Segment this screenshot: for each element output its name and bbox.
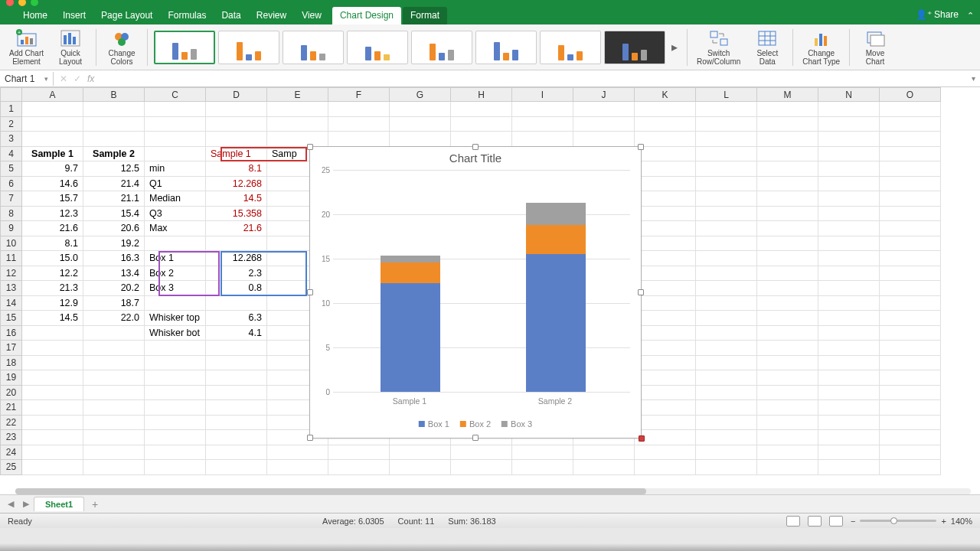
cell-M23[interactable] [757,430,818,445]
cell-O22[interactable] [880,415,941,430]
cell-C11[interactable]: Box 1 [145,251,206,266]
cell-K22[interactable] [635,415,696,430]
cell-B10[interactable]: 19.2 [83,236,145,251]
row-header-11[interactable]: 11 [1,251,22,266]
cell-O3[interactable] [880,132,941,147]
cell-N15[interactable] [818,311,880,326]
cell-B3[interactable] [83,132,145,147]
col-header-I[interactable]: I [512,88,573,102]
cell-C7[interactable]: Median [145,191,206,207]
tab-insert[interactable]: Insert [55,7,93,24]
cell-C13[interactable]: Box 3 [145,281,206,296]
cell-B22[interactable] [83,415,145,430]
sheet-tab-sheet1[interactable]: Sheet1 [34,497,84,511]
cell-B15[interactable]: 22.0 [83,311,145,326]
row-header-15[interactable]: 15 [1,311,22,326]
cell-D4[interactable]: Sample 1 [206,146,267,161]
cell-D24[interactable] [206,445,267,460]
zoom-slider[interactable] [860,520,936,522]
cell-L12[interactable] [696,266,757,281]
cell-A21[interactable] [22,400,83,416]
cell-N1[interactable] [818,102,880,117]
cell-C4[interactable] [145,146,206,161]
switch-row-column-button[interactable]: SwitchRow/Column [694,28,743,67]
cell-F1[interactable] [328,102,390,117]
cell-L25[interactable] [696,460,757,475]
cell-H2[interactable] [451,116,512,132]
cell-B24[interactable] [83,445,145,460]
tab-review[interactable]: Review [249,7,294,24]
cell-K11[interactable] [635,251,696,266]
cell-B25[interactable] [83,460,145,475]
cell-G24[interactable] [390,445,451,460]
cell-A22[interactable] [22,415,83,430]
cell-O7[interactable] [880,191,941,207]
cell-N6[interactable] [818,176,880,191]
row-header-21[interactable]: 21 [1,400,22,416]
cell-B6[interactable]: 21.4 [83,176,145,191]
cell-M1[interactable] [757,102,818,117]
col-header-K[interactable]: K [635,88,696,102]
cell-K2[interactable] [635,116,696,132]
cell-L8[interactable] [696,206,757,221]
row-header-19[interactable]: 19 [1,370,22,386]
cell-M4[interactable] [757,146,818,161]
cell-L4[interactable] [696,146,757,161]
col-header-J[interactable]: J [573,88,635,102]
cell-G2[interactable] [390,116,451,132]
cell-M25[interactable] [757,460,818,475]
row-header-10[interactable]: 10 [1,236,22,251]
row-header-16[interactable]: 16 [1,325,22,341]
cell-D17[interactable] [206,341,267,356]
chart-style-3[interactable] [283,31,344,64]
tab-data[interactable]: Data [214,7,248,24]
cell-O18[interactable] [880,355,941,370]
cell-E24[interactable] [267,445,328,460]
cell-B20[interactable] [83,385,145,400]
chart-legend[interactable]: Box 1 Box 2 Box 3 [419,419,532,429]
cell-N14[interactable] [818,295,880,311]
cell-M19[interactable] [757,370,818,386]
col-header-C[interactable]: C [145,88,206,102]
cell-L1[interactable] [696,102,757,117]
chart-style-5[interactable] [411,31,472,64]
cell-D8[interactable]: 15.358 [206,206,267,221]
cell-N20[interactable] [818,385,880,400]
cell-B13[interactable]: 20.2 [83,281,145,296]
cell-L23[interactable] [696,430,757,445]
chart-style-2[interactable] [218,31,279,64]
cell-A20[interactable] [22,385,83,400]
cell-N12[interactable] [818,266,880,281]
cell-O2[interactable] [880,116,941,132]
cell-N4[interactable] [818,146,880,161]
row-header-4[interactable]: 4 [1,146,22,161]
cell-K10[interactable] [635,236,696,251]
cell-O21[interactable] [880,400,941,416]
chart-style-7[interactable] [540,31,601,64]
cell-J3[interactable] [573,132,635,147]
cell-L18[interactable] [696,355,757,370]
cell-L6[interactable] [696,176,757,191]
cell-M8[interactable] [757,206,818,221]
cell-D21[interactable] [206,400,267,416]
cell-M20[interactable] [757,385,818,400]
cell-C12[interactable]: Box 2 [145,266,206,281]
cell-B18[interactable] [83,355,145,370]
cell-M16[interactable] [757,325,818,341]
cell-I3[interactable] [512,132,573,147]
cell-B16[interactable] [83,325,145,341]
row-header-18[interactable]: 18 [1,355,22,370]
cell-C17[interactable] [145,341,206,356]
cell-K17[interactable] [635,341,696,356]
cell-A1[interactable] [22,102,83,117]
chart-style-1[interactable] [154,31,215,64]
cell-I25[interactable] [512,460,573,475]
cell-N23[interactable] [818,430,880,445]
cell-N16[interactable] [818,325,880,341]
cell-D15[interactable]: 6.3 [206,311,267,326]
cell-C5[interactable]: min [145,161,206,177]
row-header-7[interactable]: 7 [1,191,22,207]
tab-page-layout[interactable]: Page Layout [93,7,160,24]
cell-F25[interactable] [328,460,390,475]
cell-G25[interactable] [390,460,451,475]
